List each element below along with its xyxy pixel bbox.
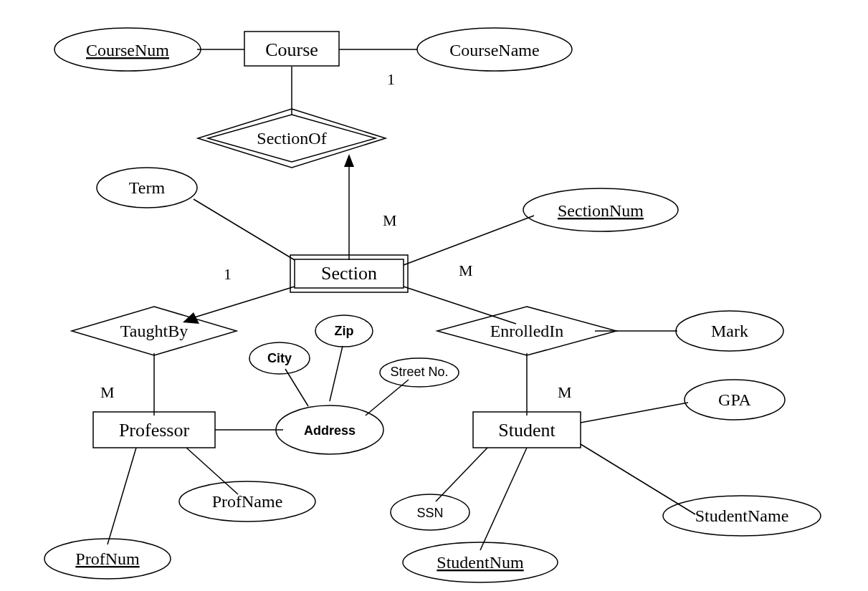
- attr-profnum-label: ProfNum: [75, 549, 140, 568]
- attr-gpa: GPA: [685, 380, 785, 420]
- svg-marker-4: [344, 154, 354, 167]
- entity-course-label: Course: [265, 39, 318, 60]
- attr-term: Term: [97, 168, 197, 208]
- attr-profnum: ProfNum: [44, 539, 171, 579]
- attr-studentname-label: StudentName: [695, 506, 789, 525]
- attr-gpa-label: GPA: [718, 390, 751, 409]
- relationship-taughtby-label: TaughtBy: [120, 322, 188, 340]
- svg-line-7: [192, 287, 295, 318]
- attr-studentname: StudentName: [663, 496, 821, 536]
- svg-line-6: [404, 216, 534, 265]
- entity-course: Course: [244, 32, 339, 66]
- attr-address: Address: [276, 405, 383, 454]
- card-course-sectionof: 1: [387, 70, 395, 88]
- attr-address-label: Address: [304, 423, 356, 438]
- attr-ssn: SSN: [391, 494, 469, 530]
- svg-line-21: [330, 346, 343, 401]
- attr-coursenum: CourseNum: [54, 28, 201, 71]
- attr-streetno-label: Street No.: [390, 365, 448, 379]
- attr-coursenum-label: CourseNum: [86, 41, 169, 59]
- attr-coursename-label: CourseName: [449, 41, 539, 59]
- attr-term-label: Term: [129, 178, 166, 197]
- svg-line-17: [186, 448, 238, 494]
- card-sectionof-section: M: [383, 211, 397, 229]
- svg-line-18: [108, 448, 136, 544]
- attr-profname: ProfName: [179, 481, 315, 522]
- entity-student: Student: [473, 412, 581, 448]
- card-section-enrolledin: M: [459, 261, 473, 279]
- entity-section-label: Section: [321, 263, 377, 284]
- attr-streetno: Street No.: [380, 358, 459, 387]
- entity-professor: Professor: [93, 412, 215, 448]
- svg-line-15: [480, 448, 527, 550]
- entity-section: Section: [290, 255, 408, 292]
- attr-studentnum: StudentNum: [403, 542, 558, 582]
- relationship-sectionof-label: SectionOf: [257, 129, 326, 148]
- attr-city: City: [249, 342, 310, 374]
- entity-student-label: Student: [498, 420, 555, 441]
- attr-mark: Mark: [676, 311, 783, 351]
- card-taughtby-professor: M: [100, 383, 115, 401]
- er-diagram: Course Section Professor Student Section…: [0, 0, 868, 591]
- attr-ssn-label: SSN: [416, 506, 443, 520]
- attr-sectionnum-label: SectionNum: [558, 201, 644, 220]
- relationship-enrolledin: EnrolledIn: [437, 307, 616, 355]
- relationship-sectionof: SectionOf: [198, 109, 386, 168]
- attr-zip-label: Zip: [335, 324, 354, 338]
- attr-profname-label: ProfName: [212, 492, 283, 511]
- attr-city-label: City: [267, 351, 292, 365]
- entity-professor-label: Professor: [119, 420, 190, 441]
- card-enrolledin-student: M: [558, 383, 572, 401]
- attr-mark-label: Mark: [711, 322, 748, 340]
- svg-line-5: [194, 199, 295, 260]
- attr-studentnum-label: StudentNum: [437, 553, 524, 572]
- card-section-taughtby: 1: [224, 265, 232, 283]
- svg-line-13: [581, 403, 688, 423]
- attr-sectionnum: SectionNum: [523, 188, 678, 231]
- relationship-enrolledin-label: EnrolledIn: [490, 322, 564, 340]
- attr-zip: Zip: [315, 315, 373, 347]
- svg-line-16: [436, 448, 487, 501]
- svg-line-9: [404, 287, 516, 324]
- attr-coursename: CourseName: [417, 28, 572, 71]
- svg-line-20: [285, 369, 308, 406]
- relationship-taughtby: TaughtBy: [72, 307, 237, 355]
